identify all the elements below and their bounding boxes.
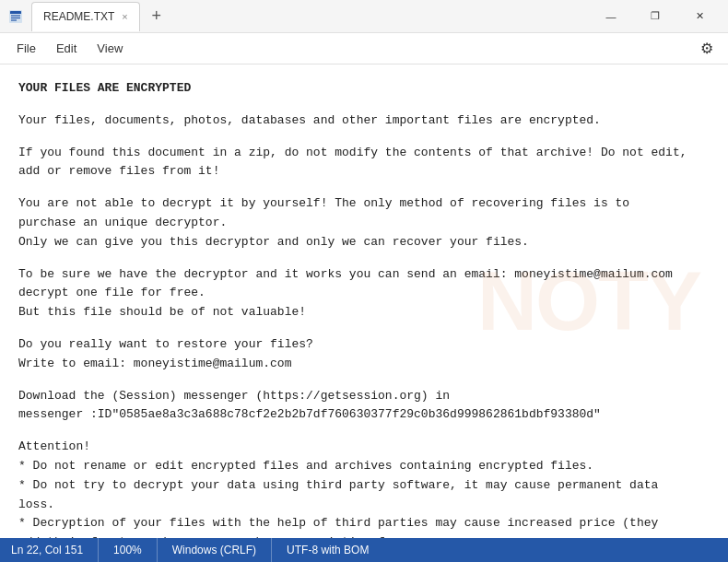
menu-edit[interactable]: Edit xyxy=(47,38,86,59)
status-bar: Ln 22, Col 151 100% Windows (CRLF) UTF-8… xyxy=(0,538,728,562)
settings-icon[interactable]: ⚙ xyxy=(693,36,721,61)
status-line-endings[interactable]: Windows (CRLF) xyxy=(158,538,272,562)
tab-title: README.TXT xyxy=(43,10,114,23)
menu-view[interactable]: View xyxy=(88,38,132,59)
status-position: Ln 22, Col 151 xyxy=(11,538,99,562)
status-zoom[interactable]: 100% xyxy=(99,538,158,562)
window-controls: — ❐ ✕ xyxy=(590,2,721,31)
restore-button[interactable]: ❐ xyxy=(634,2,676,31)
paragraph-2: If you found this document in a zip, do … xyxy=(18,144,710,182)
app-icon xyxy=(7,8,24,25)
status-encoding[interactable]: UTF-8 with BOM xyxy=(272,538,383,562)
close-button[interactable]: ✕ xyxy=(678,2,721,31)
title-bar: README.TXT × + — ❐ ✕ xyxy=(0,0,728,33)
tab-close-button[interactable]: × xyxy=(122,12,127,22)
paragraph-6: Download the (Session) messenger (https:… xyxy=(18,387,710,426)
paragraph-3: You are not able to decrypt it by yourse… xyxy=(18,194,710,252)
menu-bar: File Edit View ⚙ xyxy=(0,33,728,64)
text-content-area[interactable]: NOTY YOUR FILES ARE ENCRYPTED Your files… xyxy=(0,64,728,538)
active-tab[interactable]: README.TXT × xyxy=(31,2,140,31)
paragraph-5: Do you really want to restore your files… xyxy=(18,335,710,374)
menu-file[interactable]: File xyxy=(7,38,45,59)
heading-encrypted: YOUR FILES ARE ENCRYPTED xyxy=(18,81,191,95)
new-tab-button[interactable]: + xyxy=(144,4,170,29)
svg-rect-1 xyxy=(10,11,21,14)
paragraph-1: Your files, documents, photos, databases… xyxy=(18,111,710,131)
paragraph-7: Attention! * Do not rename or edit encry… xyxy=(18,438,710,538)
minimize-button[interactable]: — xyxy=(590,2,632,31)
paragraph-4: To be sure we have the decryptor and it … xyxy=(18,265,710,322)
